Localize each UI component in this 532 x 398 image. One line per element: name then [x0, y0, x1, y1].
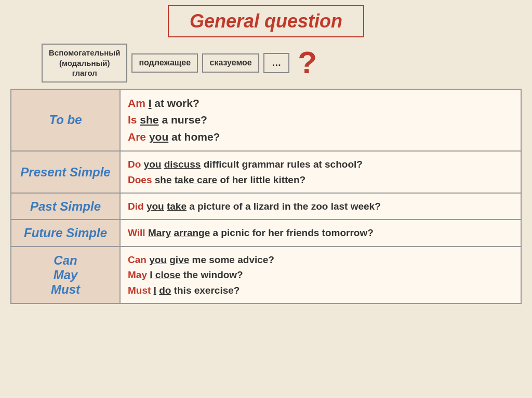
formula-row: Вспомогательный (модальный) глагол подле… — [42, 44, 317, 83]
verb-arrange: arrange — [174, 227, 210, 238]
label-modal: CanMayMust — [11, 246, 120, 304]
label-tobe: To be — [11, 89, 120, 152]
verb-discuss: discuss — [164, 159, 201, 170]
subj-i-2: I — [150, 269, 152, 280]
subj-you-2: you — [144, 159, 162, 170]
table-row-present: Present Simple Do you discuss difficult … — [11, 151, 521, 193]
formula-box-auxiliary: Вспомогательный (модальный) глагол — [42, 44, 127, 83]
table-row-tobe: To be Am I at work? Is she a nurse? Are … — [11, 89, 521, 152]
subj-i-1: I — [149, 97, 152, 109]
content-past: Did you take a picture of a lizard in th… — [120, 193, 521, 219]
verb-close: close — [155, 269, 181, 280]
verb-take-care: take care — [175, 174, 217, 185]
label-past: Past Simple — [11, 193, 120, 219]
aux-do: Do — [128, 159, 141, 170]
table-row-future: Future Simple Will Mary arrange a picnic… — [11, 219, 521, 246]
aux-must: Must — [128, 285, 151, 296]
table-row-modal: CanMayMust Can you give me some advice? … — [11, 246, 521, 304]
aux-may: May — [128, 269, 147, 280]
subj-she-2: she — [155, 174, 172, 185]
page-wrapper: General question Вспомогательный (модаль… — [0, 0, 532, 398]
aux-am: Am — [128, 97, 145, 109]
verb-do: do — [159, 285, 171, 296]
aux-is: Is — [128, 114, 137, 126]
title-box: General question — [168, 5, 364, 37]
aux-can: Can — [128, 254, 147, 265]
table-row-past: Past Simple Did you take a picture of a … — [11, 193, 521, 219]
content-tobe: Am I at work? Is she a nurse? Are you at… — [120, 89, 521, 152]
subj-you-3: you — [147, 201, 164, 212]
aux-does: Does — [128, 174, 152, 185]
aux-did: Did — [128, 201, 144, 212]
subj-you-4: you — [149, 254, 167, 265]
grammar-table: To be Am I at work? Is she a nurse? Are … — [10, 89, 522, 305]
aux-will: Will — [128, 227, 145, 238]
content-modal: Can you give me some advice? May I close… — [120, 246, 521, 304]
verb-take: take — [167, 201, 187, 212]
formula-box-dots: … — [263, 53, 289, 73]
verb-give: give — [169, 254, 189, 265]
content-present: Do you discuss difficult grammar rules a… — [120, 151, 521, 193]
subj-she-1: she — [140, 114, 158, 126]
subj-mary: Mary — [148, 227, 171, 238]
subj-you-1: you — [149, 131, 168, 143]
label-present: Present Simple — [11, 151, 120, 193]
page-title: General question — [190, 10, 342, 32]
question-mark-icon: ? — [298, 47, 317, 78]
label-future: Future Simple — [11, 219, 120, 246]
content-future: Will Mary arrange a picnic for her frien… — [120, 219, 521, 246]
aux-are: Are — [128, 131, 146, 143]
formula-box-subject: подлежащее — [131, 53, 198, 73]
subj-i-3: I — [154, 285, 156, 296]
formula-box-predicate: сказуемое — [202, 53, 259, 73]
